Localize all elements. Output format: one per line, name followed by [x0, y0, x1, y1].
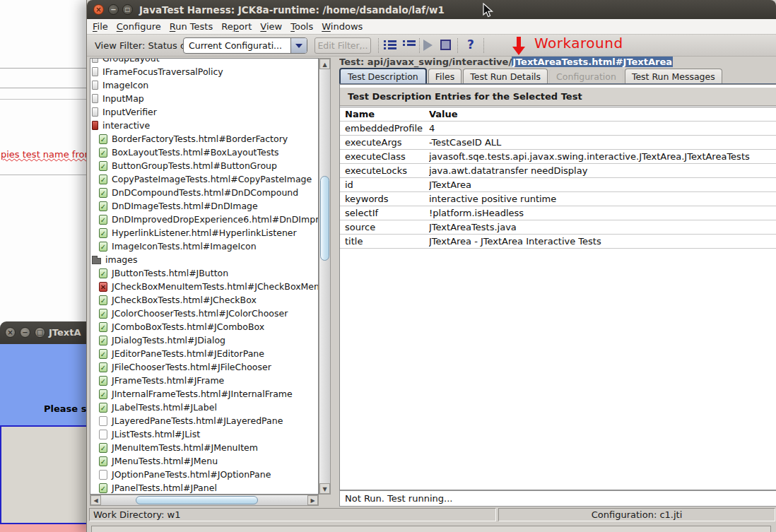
tree-item-jmenutests-html-jmenu[interactable]: ✓JMenuTests.html#JMenu [90, 454, 318, 468]
cell-value: JTextArea - JTextArea Interactive Tests [429, 236, 776, 247]
title-bar[interactable]: × − □ JavaTest Harness: JCK8a-runtime: /… [87, 0, 776, 19]
tree-item-jfilechoosertests-html-jfilechooser[interactable]: ✓JFileChooserTests.html#JFileChooser [90, 360, 318, 374]
cell-name: executeClass [340, 151, 429, 162]
tree-item-hyperlinklistener-html-hyperlinklistener[interactable]: ✓HyperlinkListener.html#HyperlinkListene… [90, 226, 318, 240]
tree-item-inputverifier[interactable]: InputVerifier [90, 105, 318, 119]
tree-item-inputmap[interactable]: InputMap [90, 92, 318, 105]
test-tree-panel: GroupLayoutIFrameFocusTraversalPolicyIma… [90, 58, 319, 495]
annotation-label: Workaround [534, 35, 623, 52]
tree-item-jinternalframetests-html-jinternalframe[interactable]: ✓JInternalFrameTests.html#JInternalFrame [90, 387, 318, 401]
tree-item-iframefocustraversalpolicy[interactable]: IFrameFocusTraversalPolicy [90, 65, 318, 78]
tree-item-copypasteimagetests-html-copypasteimage[interactable]: ✓CopyPasteImageTests.html#CopyPasteImage [90, 172, 318, 186]
tree-item-jlabeltests-html-jlabel[interactable]: ✓JLabelTests.html#JLabel [90, 401, 318, 414]
cell-name: source [340, 222, 429, 232]
vertical-scrollbar-thumb[interactable] [320, 176, 329, 261]
cell-value: java.awt.datatransfer needDisplay [429, 165, 776, 176]
tree-item-borderfactorytests-html-borderfactory[interactable]: ✓BorderFactoryTests.html#BorderFactory [90, 132, 318, 146]
tree-item-jcomboboxtests-html-jcombobox[interactable]: ✓JComboBoxTests.html#JComboBox [90, 320, 318, 333]
menu-run-tests[interactable]: Run Tests [170, 20, 218, 33]
tree-item-label: ImageIcon [102, 80, 148, 90]
scroll-left-icon[interactable]: ◀ [90, 495, 101, 505]
tree-item-label: BorderFactoryTests.html#BorderFactory [112, 134, 288, 144]
menu-windows[interactable]: Windows [322, 20, 368, 33]
tree-item-jdialogtests-html-jdialog[interactable]: ✓JDialogTests.html#JDialog [90, 333, 318, 347]
configuration-checklist-icon[interactable] [384, 40, 398, 51]
tree-item-jlayeredpanetests-html-jlayeredpane[interactable]: JLayeredPaneTests.html#JLayeredPane [90, 414, 318, 427]
test-passed-icon: ✓ [99, 376, 107, 386]
test-notrun-icon [99, 470, 107, 480]
maximize-icon[interactable]: □ [35, 327, 45, 338]
test-passed-icon: ✓ [99, 456, 107, 466]
tree-item-joptionpanetests-html-joptionpane[interactable]: JOptionPaneTests.html#JOptionPane [90, 468, 318, 481]
tree-item-images[interactable]: images [90, 253, 318, 266]
tree-horizontal-scrollbar[interactable]: ◀ ▶ [90, 495, 319, 506]
tree-item-label: JLayeredPaneTests.html#JLayeredPane [112, 415, 283, 426]
test-passed-icon: ✓ [99, 336, 107, 345]
tab-test-run-details[interactable]: Test Run Details [463, 69, 548, 83]
tree-item-jbuttontests-html-jbutton[interactable]: ✓JButtonTests.html#JButton [90, 266, 318, 280]
tree-item-jpaneltests-html-jpanel[interactable]: ✓JPanelTests.html#JPanel [90, 481, 318, 495]
horizontal-scrollbar-thumb[interactable] [136, 496, 258, 504]
close-icon[interactable]: × [5, 327, 16, 338]
stop-icon[interactable] [440, 40, 451, 50]
menu-tools[interactable]: Tools [290, 20, 319, 33]
tree-item-dndimagetests-html-dndimage[interactable]: ✓DnDImageTests.html#DnDImage [90, 199, 318, 213]
tab-test-description[interactable]: Test Description [339, 68, 427, 83]
minimize-icon[interactable]: − [20, 327, 30, 338]
tree-item-imageicontests-html-imageicon[interactable]: ✓ImageIconTests.html#ImageIcon [90, 240, 318, 253]
menu-report[interactable]: Report [221, 20, 257, 33]
scroll-up-icon[interactable]: ▲ [319, 59, 330, 69]
column-header-value: Value [429, 109, 776, 119]
close-icon[interactable]: × [93, 4, 104, 15]
background-line [0, 68, 86, 69]
maximize-icon[interactable]: □ [122, 4, 133, 15]
description-table: NameValueembeddedProfile4executeArgs-Tes… [340, 107, 776, 249]
test-passed-icon: ✓ [99, 188, 107, 198]
background-line [0, 99, 86, 100]
tree-item-jcolorchoosertests-html-jcolorchooser[interactable]: ✓JColorChooserTests.html#JColorChooser [90, 307, 318, 320]
window-title: JavaTest Harness: JCK8a-runtime: /home/d… [139, 4, 445, 16]
tree-item-dndimproveddropexperience6-html-dndimprove[interactable]: ✓DnDImprovedDropExperience6.html#DnDImpr… [90, 213, 318, 226]
table-row: idJTextArea [340, 178, 776, 192]
scroll-right-icon[interactable]: ▶ [307, 495, 318, 505]
tree-item-label: InputMap [102, 93, 144, 104]
menu-file[interactable]: File [93, 20, 114, 33]
chevron-down-icon[interactable] [290, 38, 307, 53]
tree-item-label: JComboBoxTests.html#JComboBox [112, 321, 264, 332]
tree-item-boxlayouttests-html-boxlayouttests[interactable]: ✓BoxLayoutTests.html#BoxLayoutTests [90, 146, 318, 159]
tree-item-label: ImageIconTests.html#ImageIcon [112, 241, 257, 252]
tree-item-imageicon[interactable]: ImageIcon [90, 78, 318, 92]
menu-configure[interactable]: Configure [117, 20, 167, 33]
edit-filter-button[interactable]: Edit Filter,.. [314, 37, 371, 54]
tree-item-jcheckboxmenuitemtests-html-jcheckboxmenuit[interactable]: ✕JCheckBoxMenuItemTests.html#JCheckBoxMe… [90, 280, 318, 293]
test-tree: GroupLayoutIFrameFocusTraversalPolicyIma… [90, 58, 318, 495]
toolbar-separator [419, 38, 420, 53]
test-path-highlighted: JTextAreaTests.html#JTextArea [512, 57, 673, 67]
test-passed-icon: ✓ [99, 175, 107, 184]
tree-item-jframetests-html-jframe[interactable]: ✓JFrameTests.html#JFrame [90, 374, 318, 387]
tree-item-jeditorpanetests-html-jeditorpane[interactable]: ✓JEditorPaneTests.html#JEditorPane [90, 347, 318, 360]
help-icon[interactable]: ? [464, 37, 478, 53]
tree-item-jcheckboxtests-html-jcheckbox[interactable]: ✓JCheckBoxTests.html#JCheckBox [90, 293, 318, 307]
view-filter-dropdown[interactable]: Current Configurati... [183, 37, 307, 54]
tree-item-buttongrouptests-html-buttongroup[interactable]: ✓ButtonGroupTests.html#ButtonGroup [90, 159, 318, 172]
run-tests-icon[interactable] [423, 40, 433, 51]
menu-view[interactable]: View [260, 20, 288, 33]
run-checklist-icon[interactable] [403, 40, 417, 51]
partial-window: × − □ JTextA Please s [0, 321, 86, 532]
tab-files[interactable]: Files [428, 69, 462, 83]
partial-window-textarea[interactable] [0, 425, 86, 524]
tree-item-grouplayout[interactable]: GroupLayout [90, 58, 318, 65]
javatest-window: × − □ JavaTest Harness: JCK8a-runtime: /… [86, 0, 776, 532]
tab-bar: Test DescriptionFilesTest Run DetailsCon… [339, 69, 776, 84]
tree-item-dndcompoundtests-html-dndcompound[interactable]: ✓DnDCompoundTests.html#DnDCompound [90, 186, 318, 199]
tree-item-jlisttests-html-jlist[interactable]: JListTests.html#JList [90, 427, 318, 441]
minimize-icon[interactable]: − [108, 4, 119, 15]
scroll-down-icon[interactable]: ▼ [319, 483, 330, 494]
partial-window-titlebar[interactable]: × − □ JTextA [0, 321, 86, 344]
test-path-header: Test: api/javax_swing/interactive/JTextA… [339, 57, 776, 69]
tree-item-interactive[interactable]: interactive [90, 119, 318, 132]
tab-test-run-messages[interactable]: Test Run Messages [625, 69, 722, 83]
tree-vertical-scrollbar[interactable]: ▲ ▼ [319, 58, 331, 495]
tree-item-jmenuitemtests-html-jmenuitem[interactable]: ✓JMenuItemTests.html#JMenuItem [90, 441, 318, 454]
